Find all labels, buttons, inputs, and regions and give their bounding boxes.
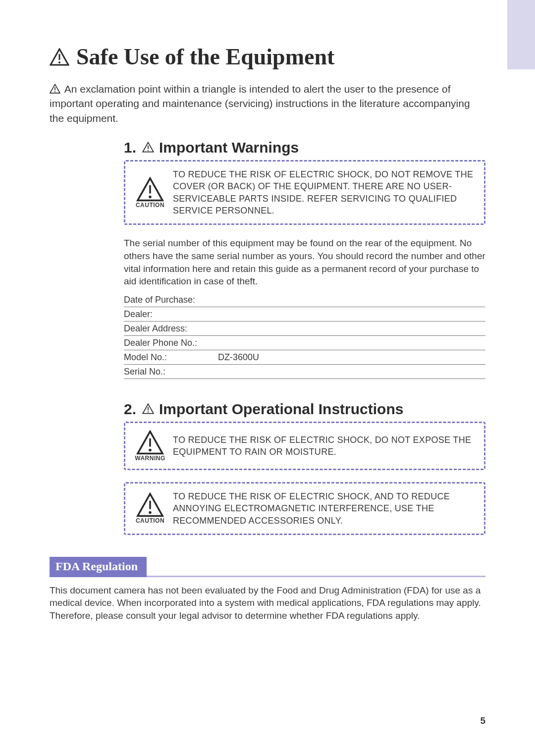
record-value — [213, 293, 485, 307]
heading-underline — [147, 557, 485, 577]
svg-point-3 — [54, 91, 55, 92]
warning-triangle-icon — [136, 492, 164, 516]
record-label: Dealer Phone No.: — [124, 335, 213, 350]
warning-triangle-icon — [142, 142, 154, 153]
section-2-title: Important Operational Instructions — [159, 401, 403, 418]
section-tab — [507, 0, 535, 69]
section-1-number: 1. — [124, 139, 136, 156]
svg-point-1 — [58, 61, 60, 63]
caution-icon-column: CAUTION — [134, 492, 166, 524]
intro-text: An exclamation point within a triangle i… — [50, 83, 470, 124]
warning-box: WARNING TO REDUCE THE RISK OF ELECTRIC S… — [124, 422, 485, 470]
record-value — [213, 335, 485, 350]
section-2-number: 2. — [124, 401, 136, 418]
caution-label: CAUTION — [136, 202, 164, 209]
record-label: Serial No.: — [124, 364, 213, 378]
warning-triangle-icon — [142, 403, 154, 414]
record-value — [213, 364, 485, 378]
section-2-heading: 2. Important Operational Instructions — [124, 401, 485, 418]
record-label: Model No.: — [124, 350, 213, 364]
section-1-heading: 1. Important Warnings — [124, 139, 485, 156]
fda-paragraph: This document camera has not been evalua… — [50, 584, 485, 622]
page-number: 5 — [480, 715, 485, 726]
page-title: Safe Use of the Equipment — [50, 44, 485, 70]
warning-icon-column: WARNING — [134, 430, 166, 462]
caution-icon-column: CAUTION — [134, 177, 166, 209]
title-text: Safe Use of the Equipment — [76, 44, 334, 70]
caution-label: CAUTION — [136, 517, 164, 524]
table-row: Dealer: — [124, 307, 485, 321]
caution-text: TO REDUCE THE RISK OF ELECTRIC SHOCK, DO… — [173, 168, 475, 216]
record-value — [213, 307, 485, 321]
warning-text: TO REDUCE THE RISK OF ELECTRIC SHOCK, DO… — [173, 434, 475, 458]
table-row: Dealer Address: — [124, 321, 485, 335]
fda-heading: FDA Regulation — [50, 557, 147, 577]
record-label: Dealer: — [124, 307, 213, 321]
warning-triangle-icon — [50, 48, 69, 66]
svg-point-9 — [148, 411, 149, 412]
table-row: Date of Purchase: — [124, 293, 485, 307]
caution-box-2: CAUTION TO REDUCE THE RISK OF ELECTRIC S… — [124, 482, 485, 535]
record-value: DZ-3600U — [213, 350, 485, 364]
serial-number-paragraph: The serial number of this equipment may … — [124, 237, 485, 288]
caution-text: TO REDUCE THE RISK OF ELECTRIC SHOCK, AN… — [173, 490, 475, 527]
table-row: Serial No.: — [124, 364, 485, 378]
table-row: Model No.:DZ-3600U — [124, 350, 485, 364]
fda-heading-bar: FDA Regulation — [50, 557, 485, 577]
record-label: Dealer Address: — [124, 321, 213, 335]
svg-point-11 — [149, 449, 152, 452]
svg-point-7 — [149, 196, 152, 199]
warning-triangle-icon — [136, 177, 164, 201]
svg-point-5 — [148, 150, 149, 151]
warning-label: WARNING — [135, 455, 165, 462]
page-content: Safe Use of the Equipment An exclamation… — [0, 0, 535, 652]
table-row: Dealer Phone No.: — [124, 335, 485, 350]
record-label: Date of Purchase: — [124, 293, 213, 307]
record-table: Date of Purchase: Dealer: Dealer Address… — [124, 293, 485, 379]
warning-triangle-icon — [50, 84, 60, 94]
warning-triangle-icon — [136, 430, 164, 454]
record-value — [213, 321, 485, 335]
intro-paragraph: An exclamation point within a triangle i… — [50, 82, 485, 125]
caution-box-1: CAUTION TO REDUCE THE RISK OF ELECTRIC S… — [124, 160, 485, 225]
section-1-title: Important Warnings — [159, 139, 299, 156]
svg-point-13 — [149, 511, 152, 514]
